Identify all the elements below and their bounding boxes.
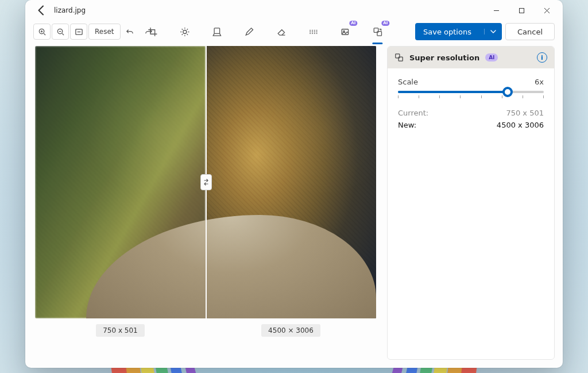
svg-rect-5 bbox=[214, 28, 219, 33]
background-remove-tool[interactable]: AI bbox=[336, 23, 354, 40]
panel-header: Super resolution AI i bbox=[388, 47, 554, 68]
minimize-icon bbox=[493, 7, 500, 14]
brightness-icon bbox=[180, 27, 189, 37]
reset-button[interactable]: Reset bbox=[88, 24, 121, 40]
dimension-labels: 750 x 501 4500 × 3006 bbox=[35, 324, 376, 337]
zoom-out-button[interactable] bbox=[52, 24, 69, 40]
erase-tool[interactable] bbox=[272, 23, 289, 40]
pencil-icon bbox=[244, 27, 254, 37]
zoom-out-icon bbox=[56, 28, 65, 36]
titlebar: lizard.jpg bbox=[25, 0, 563, 21]
super-resolution-icon bbox=[394, 53, 404, 62]
fit-icon bbox=[75, 28, 83, 36]
new-dimensions-chip: 4500 × 3006 bbox=[261, 324, 320, 337]
scale-value: 6x bbox=[535, 78, 544, 86]
svg-point-4 bbox=[183, 30, 186, 33]
canvas-area: 750 x 501 4500 × 3006 bbox=[33, 46, 378, 360]
slider-fill bbox=[398, 91, 508, 93]
panel-title: Super resolution bbox=[409, 53, 479, 62]
undo-button[interactable] bbox=[122, 24, 139, 40]
slider-ticks bbox=[398, 95, 544, 98]
side-panel: Super resolution AI i Scale 6x Current: bbox=[387, 46, 555, 360]
original-dimensions-chip: 750 x 501 bbox=[96, 324, 145, 337]
maximize-icon bbox=[519, 7, 525, 14]
swap-icon bbox=[203, 179, 210, 186]
filter-tool[interactable] bbox=[208, 23, 225, 40]
adjust-tool[interactable] bbox=[176, 23, 193, 40]
window-close-button[interactable] bbox=[534, 2, 559, 19]
close-icon bbox=[544, 7, 550, 14]
svg-rect-8 bbox=[374, 28, 378, 32]
filter-icon bbox=[212, 27, 222, 37]
blur-icon bbox=[308, 27, 318, 37]
slider-thumb[interactable] bbox=[502, 87, 513, 97]
window-maximize-button[interactable] bbox=[509, 2, 534, 19]
current-value: 750 x 501 bbox=[506, 109, 544, 117]
current-label: Current: bbox=[398, 109, 428, 117]
image-comparison-canvas[interactable] bbox=[35, 46, 376, 318]
ai-badge: AI bbox=[381, 21, 389, 26]
back-button[interactable] bbox=[34, 3, 48, 17]
toolbar: Reset bbox=[25, 21, 563, 43]
super-resolution-icon bbox=[373, 27, 382, 37]
scale-label: Scale bbox=[398, 78, 418, 86]
svg-rect-9 bbox=[377, 31, 381, 36]
zoom-in-icon bbox=[38, 28, 47, 36]
file-name: lizard.jpg bbox=[54, 6, 86, 14]
info-button[interactable]: i bbox=[537, 52, 547, 63]
ai-pill: AI bbox=[485, 53, 498, 61]
background-remove-icon bbox=[341, 27, 350, 37]
svg-rect-0 bbox=[519, 8, 524, 13]
super-resolution-tool[interactable]: AI bbox=[369, 23, 386, 40]
compare-handle[interactable] bbox=[200, 174, 212, 190]
save-label: Save options bbox=[423, 28, 471, 36]
save-options-button[interactable]: Save options bbox=[415, 23, 502, 40]
chevron-down-icon bbox=[484, 29, 496, 34]
svg-rect-11 bbox=[399, 57, 403, 61]
new-value: 4500 x 3006 bbox=[497, 121, 544, 129]
app-window: lizard.jpg Reset bbox=[25, 0, 563, 368]
ai-badge: AI bbox=[349, 21, 357, 26]
cancel-button[interactable]: Cancel bbox=[505, 23, 555, 40]
edit-tools: AI AI bbox=[144, 23, 386, 40]
crop-icon bbox=[148, 27, 157, 37]
crop-tool[interactable] bbox=[144, 23, 161, 40]
content-area: 750 x 501 4500 × 3006 Super resolution A… bbox=[25, 43, 563, 368]
window-minimize-button[interactable] bbox=[483, 2, 509, 19]
blur-tool[interactable] bbox=[304, 23, 322, 40]
svg-rect-10 bbox=[396, 54, 400, 58]
markup-tool[interactable] bbox=[240, 23, 257, 40]
fit-to-window-button[interactable] bbox=[70, 24, 87, 40]
eraser-icon bbox=[276, 27, 286, 37]
scale-slider[interactable] bbox=[398, 91, 544, 93]
compare-divider[interactable] bbox=[206, 46, 207, 318]
zoom-in-button[interactable] bbox=[33, 24, 51, 40]
arrow-left-icon bbox=[34, 3, 48, 17]
undo-icon bbox=[126, 28, 134, 36]
new-label: New: bbox=[398, 121, 416, 129]
